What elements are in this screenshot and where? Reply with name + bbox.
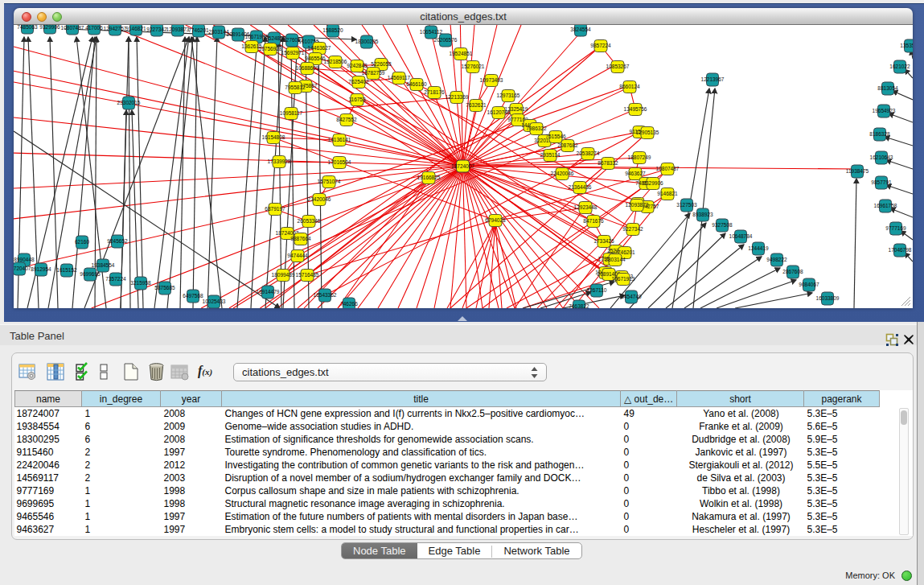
svg-text:21364436: 21364436 bbox=[569, 184, 592, 190]
svg-text:7632621: 7632621 bbox=[466, 102, 487, 108]
svg-text:17016504: 17016504 bbox=[328, 159, 351, 165]
svg-text:16914479: 16914479 bbox=[257, 289, 280, 295]
svg-text:12093873: 12093873 bbox=[166, 27, 190, 32]
svg-text:6466160: 6466160 bbox=[406, 81, 427, 87]
svg-text:9857791: 9857791 bbox=[871, 179, 892, 185]
svg-text:9329906: 9329906 bbox=[39, 25, 60, 30]
svg-text:15692971: 15692971 bbox=[281, 50, 305, 56]
svg-text:10688609: 10688609 bbox=[296, 65, 319, 71]
svg-text:16782759: 16782759 bbox=[362, 70, 385, 76]
svg-text:8427552: 8427552 bbox=[336, 117, 357, 122]
svg-text:5875685: 5875685 bbox=[154, 285, 175, 290]
svg-text:1588520: 1588520 bbox=[322, 27, 343, 33]
svg-text:13495756: 13495756 bbox=[624, 106, 647, 112]
svg-text:7955812: 7955812 bbox=[285, 84, 306, 90]
svg-text:8660124: 8660124 bbox=[619, 84, 640, 89]
svg-text:2803144: 2803144 bbox=[605, 257, 626, 262]
svg-text:18300295: 18300295 bbox=[355, 39, 379, 44]
svg-text:11938475: 11938475 bbox=[846, 168, 869, 174]
svg-text:14136141: 14136141 bbox=[328, 137, 351, 142]
svg-text:9327508: 9327508 bbox=[712, 222, 733, 228]
svg-text:3824554: 3824554 bbox=[570, 27, 591, 32]
svg-text:9242848: 9242848 bbox=[347, 63, 368, 68]
svg-text:62160: 62160 bbox=[75, 239, 89, 245]
svg-text:7625402: 7625402 bbox=[348, 79, 369, 84]
svg-text:6497568: 6497568 bbox=[183, 293, 203, 299]
svg-text:3127503: 3127503 bbox=[676, 202, 697, 208]
svg-text:9887664: 9887664 bbox=[290, 236, 311, 241]
svg-text:19524851: 19524851 bbox=[450, 51, 473, 56]
svg-text:1615152: 1615152 bbox=[56, 267, 77, 273]
svg-text:9463627: 9463627 bbox=[625, 171, 646, 176]
svg-text:19166825: 19166825 bbox=[417, 175, 441, 180]
svg-text:2718176: 2718176 bbox=[424, 89, 445, 95]
svg-text:2087682: 2087682 bbox=[557, 142, 578, 148]
svg-text:9245652: 9245652 bbox=[107, 238, 128, 244]
svg-text:10654112: 10654112 bbox=[420, 29, 443, 35]
svg-text:10958117: 10958117 bbox=[280, 110, 303, 116]
svg-text:9699695: 9699695 bbox=[80, 271, 101, 277]
svg-text:8912954: 8912954 bbox=[31, 266, 51, 272]
svg-text:7663822: 7663822 bbox=[569, 303, 589, 308]
svg-text:15751074: 15751074 bbox=[318, 179, 341, 184]
svg-text:10807487: 10807487 bbox=[61, 25, 84, 31]
svg-text:6794028: 6794028 bbox=[485, 217, 506, 223]
svg-text:1244419: 1244419 bbox=[748, 245, 769, 251]
svg-text:9227342: 9227342 bbox=[146, 27, 167, 32]
svg-text:10756928: 10756928 bbox=[259, 46, 282, 51]
svg-text:18807249: 18807249 bbox=[628, 154, 651, 160]
svg-text:15716485: 15716485 bbox=[296, 272, 319, 278]
svg-text:9465546: 9465546 bbox=[305, 56, 326, 61]
svg-text:13325419: 13325419 bbox=[505, 106, 528, 112]
svg-text:26053346: 26053346 bbox=[298, 218, 321, 224]
svg-text:9146821: 9146821 bbox=[125, 26, 146, 31]
svg-text:8938923: 8938923 bbox=[692, 212, 713, 217]
svg-text:17339928: 17339928 bbox=[268, 159, 291, 164]
svg-text:16543362: 16543362 bbox=[314, 292, 337, 298]
svg-text:7746201: 7746201 bbox=[188, 27, 209, 33]
svg-text:9498222: 9498222 bbox=[766, 257, 787, 262]
svg-text:20538274: 20538274 bbox=[577, 150, 600, 156]
svg-text:15276021: 15276021 bbox=[462, 64, 485, 69]
svg-text:14569117: 14569117 bbox=[388, 75, 411, 80]
svg-text:116753: 116753 bbox=[348, 97, 366, 102]
svg-text:10973493: 10973493 bbox=[480, 77, 503, 83]
svg-text:12905135: 12905135 bbox=[636, 130, 659, 135]
svg-text:7357224: 7357224 bbox=[105, 276, 126, 282]
svg-text:9329906: 9329906 bbox=[643, 180, 663, 186]
svg-text:19384554: 19384554 bbox=[92, 262, 115, 268]
svg-text:17046798: 17046798 bbox=[889, 247, 912, 253]
svg-text:22420046: 22420046 bbox=[551, 171, 574, 176]
svg-text:5226058: 5226058 bbox=[371, 61, 392, 67]
svg-text:1733426: 1733426 bbox=[593, 238, 614, 244]
svg-text:8678332: 8678332 bbox=[598, 160, 618, 166]
svg-text:7515546: 7515546 bbox=[545, 134, 566, 139]
svg-text:16154808: 16154808 bbox=[262, 134, 285, 140]
svg-text:23302015: 23302015 bbox=[117, 100, 141, 105]
svg-text:3215958: 3215958 bbox=[130, 280, 151, 286]
svg-text:12942757: 12942757 bbox=[104, 26, 127, 31]
svg-text:2867608: 2867608 bbox=[782, 269, 803, 274]
svg-text:1353594: 1353594 bbox=[900, 43, 913, 48]
svg-text:746266: 746266 bbox=[340, 301, 358, 307]
svg-text:1621022: 1621022 bbox=[889, 64, 910, 69]
svg-text:9857224: 9857224 bbox=[590, 43, 611, 48]
svg-text:9227342: 9227342 bbox=[622, 226, 643, 232]
svg-text:3267110: 3267110 bbox=[587, 287, 607, 293]
svg-text:9474444: 9474444 bbox=[287, 253, 308, 258]
svg-text:23420046: 23420046 bbox=[308, 196, 331, 202]
svg-text:8186328: 8186328 bbox=[869, 131, 890, 137]
svg-text:20206576: 20206576 bbox=[434, 37, 458, 43]
svg-text:19654923: 19654923 bbox=[873, 108, 896, 113]
svg-text:12093873: 12093873 bbox=[626, 202, 649, 208]
svg-text:7986322: 7986322 bbox=[526, 126, 547, 131]
svg-text:10025433: 10025433 bbox=[203, 299, 226, 304]
svg-text:12213369: 12213369 bbox=[446, 94, 469, 100]
svg-text:10807487: 10807487 bbox=[656, 166, 680, 171]
svg-text:8471676: 8471676 bbox=[583, 218, 604, 224]
svg-text:18724007: 18724007 bbox=[451, 163, 474, 169]
svg-text:9146821: 9146821 bbox=[657, 191, 678, 196]
svg-text:12973165: 12973165 bbox=[497, 93, 520, 98]
svg-text:8454749: 8454749 bbox=[621, 294, 642, 299]
svg-text:8813054: 8813054 bbox=[877, 85, 898, 91]
